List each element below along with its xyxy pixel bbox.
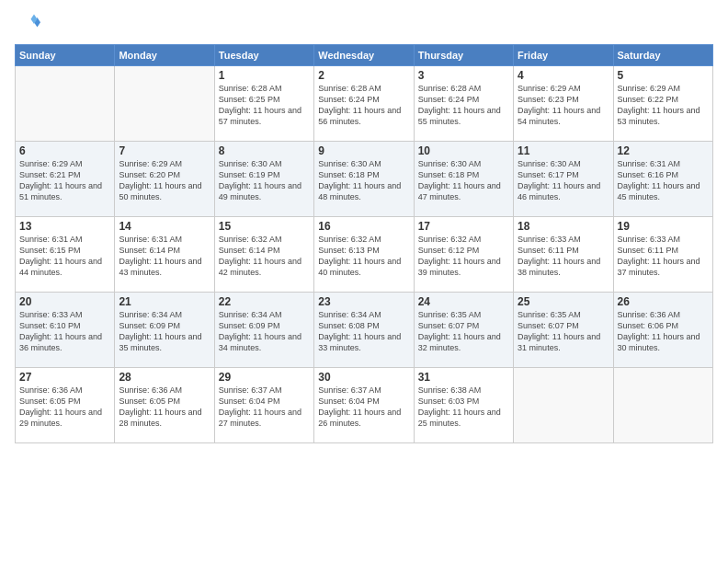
day-header-monday: Monday: [115, 45, 214, 66]
week-row-5: 27Sunrise: 6:36 AM Sunset: 6:05 PM Dayli…: [16, 368, 713, 443]
day-info: Sunrise: 6:29 AM Sunset: 6:23 PM Dayligh…: [518, 83, 609, 128]
day-info: Sunrise: 6:29 AM Sunset: 6:21 PM Dayligh…: [19, 158, 110, 203]
day-info: Sunrise: 6:30 AM Sunset: 6:18 PM Dayligh…: [318, 158, 409, 203]
day-cell: 3Sunrise: 6:28 AM Sunset: 6:24 PM Daylig…: [414, 66, 513, 142]
day-cell: 27Sunrise: 6:36 AM Sunset: 6:05 PM Dayli…: [16, 368, 115, 443]
day-number: 11: [518, 144, 609, 157]
day-cell: 6Sunrise: 6:29 AM Sunset: 6:21 PM Daylig…: [16, 142, 115, 217]
day-info: Sunrise: 6:31 AM Sunset: 6:14 PM Dayligh…: [119, 234, 210, 279]
day-number: 5: [618, 69, 709, 82]
day-number: 2: [318, 69, 409, 82]
day-number: 16: [318, 220, 409, 233]
week-row-1: 1Sunrise: 6:28 AM Sunset: 6:25 PM Daylig…: [16, 66, 713, 142]
day-number: 6: [19, 144, 110, 157]
day-number: 17: [418, 220, 509, 233]
day-number: 31: [418, 371, 509, 384]
day-info: Sunrise: 6:38 AM Sunset: 6:03 PM Dayligh…: [418, 385, 509, 430]
day-cell: 8Sunrise: 6:30 AM Sunset: 6:19 PM Daylig…: [214, 142, 313, 217]
day-number: 22: [219, 295, 310, 308]
day-cell: 12Sunrise: 6:31 AM Sunset: 6:16 PM Dayli…: [613, 142, 712, 217]
day-cell: 5Sunrise: 6:29 AM Sunset: 6:22 PM Daylig…: [613, 66, 712, 142]
day-number: 27: [19, 371, 110, 384]
day-header-thursday: Thursday: [414, 45, 513, 66]
day-number: 18: [518, 220, 609, 233]
day-cell: 17Sunrise: 6:32 AM Sunset: 6:12 PM Dayli…: [414, 217, 513, 293]
day-cell: 19Sunrise: 6:33 AM Sunset: 6:11 PM Dayli…: [613, 217, 712, 293]
day-cell: 2Sunrise: 6:28 AM Sunset: 6:24 PM Daylig…: [314, 66, 414, 142]
day-cell: 21Sunrise: 6:34 AM Sunset: 6:09 PM Dayli…: [115, 293, 214, 368]
day-number: 26: [618, 295, 709, 308]
day-info: Sunrise: 6:32 AM Sunset: 6:14 PM Dayligh…: [219, 234, 310, 279]
day-number: 7: [119, 144, 210, 157]
day-cell: 11Sunrise: 6:30 AM Sunset: 6:17 PM Dayli…: [514, 142, 613, 217]
week-row-2: 6Sunrise: 6:29 AM Sunset: 6:21 PM Daylig…: [16, 142, 713, 217]
day-header-saturday: Saturday: [613, 45, 712, 66]
day-header-tuesday: Tuesday: [214, 45, 313, 66]
calendar: SundayMondayTuesdayWednesdayThursdayFrid…: [15, 44, 713, 443]
day-cell: [115, 66, 214, 142]
day-info: Sunrise: 6:29 AM Sunset: 6:22 PM Dayligh…: [618, 83, 709, 128]
day-cell: 25Sunrise: 6:35 AM Sunset: 6:07 PM Dayli…: [514, 293, 613, 368]
logo-icon: [15, 11, 40, 37]
day-info: Sunrise: 6:33 AM Sunset: 6:11 PM Dayligh…: [618, 234, 709, 279]
day-cell: 23Sunrise: 6:34 AM Sunset: 6:08 PM Dayli…: [314, 293, 414, 368]
day-info: Sunrise: 6:31 AM Sunset: 6:15 PM Dayligh…: [19, 234, 110, 279]
header-row: SundayMondayTuesdayWednesdayThursdayFrid…: [16, 45, 713, 66]
day-number: 12: [618, 144, 709, 157]
day-info: Sunrise: 6:32 AM Sunset: 6:12 PM Dayligh…: [418, 234, 509, 279]
day-number: 1: [219, 69, 310, 82]
day-info: Sunrise: 6:35 AM Sunset: 6:07 PM Dayligh…: [418, 309, 509, 354]
day-info: Sunrise: 6:37 AM Sunset: 6:04 PM Dayligh…: [318, 385, 409, 430]
day-header-sunday: Sunday: [16, 45, 115, 66]
day-cell: 24Sunrise: 6:35 AM Sunset: 6:07 PM Dayli…: [414, 293, 513, 368]
day-number: 28: [119, 371, 210, 384]
day-number: 19: [618, 220, 709, 233]
day-cell: 14Sunrise: 6:31 AM Sunset: 6:14 PM Dayli…: [115, 217, 214, 293]
day-cell: 4Sunrise: 6:29 AM Sunset: 6:23 PM Daylig…: [514, 66, 613, 142]
day-info: Sunrise: 6:36 AM Sunset: 6:05 PM Dayligh…: [119, 385, 210, 430]
day-number: 13: [19, 220, 110, 233]
page: SundayMondayTuesdayWednesdayThursdayFrid…: [0, 0, 728, 563]
day-cell: 7Sunrise: 6:29 AM Sunset: 6:20 PM Daylig…: [115, 142, 214, 217]
day-number: 9: [318, 144, 409, 157]
header: [15, 11, 713, 37]
day-number: 24: [418, 295, 509, 308]
day-info: Sunrise: 6:32 AM Sunset: 6:13 PM Dayligh…: [318, 234, 409, 279]
day-info: Sunrise: 6:31 AM Sunset: 6:16 PM Dayligh…: [618, 158, 709, 203]
day-info: Sunrise: 6:29 AM Sunset: 6:20 PM Dayligh…: [119, 158, 210, 203]
week-row-4: 20Sunrise: 6:33 AM Sunset: 6:10 PM Dayli…: [16, 293, 713, 368]
day-info: Sunrise: 6:34 AM Sunset: 6:08 PM Dayligh…: [318, 309, 409, 354]
day-info: Sunrise: 6:33 AM Sunset: 6:10 PM Dayligh…: [19, 309, 110, 354]
day-cell: [16, 66, 115, 142]
day-number: 21: [119, 295, 210, 308]
day-info: Sunrise: 6:34 AM Sunset: 6:09 PM Dayligh…: [219, 309, 310, 354]
day-info: Sunrise: 6:28 AM Sunset: 6:24 PM Dayligh…: [318, 83, 409, 128]
day-cell: 18Sunrise: 6:33 AM Sunset: 6:11 PM Dayli…: [514, 217, 613, 293]
day-cell: 30Sunrise: 6:37 AM Sunset: 6:04 PM Dayli…: [314, 368, 414, 443]
day-info: Sunrise: 6:36 AM Sunset: 6:05 PM Dayligh…: [19, 385, 110, 430]
day-cell: 29Sunrise: 6:37 AM Sunset: 6:04 PM Dayli…: [214, 368, 313, 443]
day-number: 29: [219, 371, 310, 384]
calendar-body: 1Sunrise: 6:28 AM Sunset: 6:25 PM Daylig…: [16, 66, 713, 443]
day-cell: [613, 368, 712, 443]
day-number: 8: [219, 144, 310, 157]
logo: [15, 11, 44, 37]
day-header-friday: Friday: [514, 45, 613, 66]
day-number: 25: [518, 295, 609, 308]
day-info: Sunrise: 6:35 AM Sunset: 6:07 PM Dayligh…: [518, 309, 609, 354]
week-row-3: 13Sunrise: 6:31 AM Sunset: 6:15 PM Dayli…: [16, 217, 713, 293]
day-cell: 22Sunrise: 6:34 AM Sunset: 6:09 PM Dayli…: [214, 293, 313, 368]
day-cell: 16Sunrise: 6:32 AM Sunset: 6:13 PM Dayli…: [314, 217, 414, 293]
day-info: Sunrise: 6:30 AM Sunset: 6:17 PM Dayligh…: [518, 158, 609, 203]
day-cell: 28Sunrise: 6:36 AM Sunset: 6:05 PM Dayli…: [115, 368, 214, 443]
day-number: 20: [19, 295, 110, 308]
day-cell: 26Sunrise: 6:36 AM Sunset: 6:06 PM Dayli…: [613, 293, 712, 368]
day-info: Sunrise: 6:28 AM Sunset: 6:24 PM Dayligh…: [418, 83, 509, 128]
day-cell: 15Sunrise: 6:32 AM Sunset: 6:14 PM Dayli…: [214, 217, 313, 293]
day-number: 30: [318, 371, 409, 384]
day-info: Sunrise: 6:36 AM Sunset: 6:06 PM Dayligh…: [618, 309, 709, 354]
day-number: 23: [318, 295, 409, 308]
day-number: 3: [418, 69, 509, 82]
day-number: 14: [119, 220, 210, 233]
day-info: Sunrise: 6:33 AM Sunset: 6:11 PM Dayligh…: [518, 234, 609, 279]
